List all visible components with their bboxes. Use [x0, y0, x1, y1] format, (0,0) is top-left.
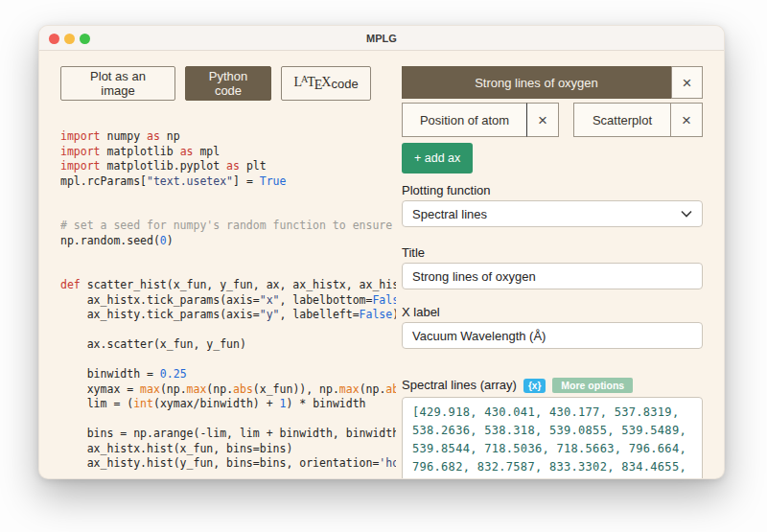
- latex-code-button[interactable]: LATEX code: [281, 66, 371, 101]
- code-line: ax_histy.tick_params(axis="y", labelleft…: [60, 308, 396, 323]
- code-line: bins = np.arange(-lim, lim + binwidth, b…: [60, 427, 396, 442]
- code-line: def scatter_hist(x_fun, y_fun, ax, ax_hi…: [60, 278, 396, 293]
- code-line: ax_histy.hist(y_fun, bins=bins, orientat…: [60, 456, 396, 472]
- code-line: xymax = max(np.max(np.abs(x_fun)), np.ma…: [60, 382, 396, 398]
- chevron-down-icon: [681, 210, 692, 218]
- close-ax-scatterplot-button[interactable]: ×: [671, 103, 703, 137]
- app-window: MPLG Plot as an image Python code LATEX …: [38, 25, 725, 479]
- maximize-window-button[interactable]: [80, 34, 90, 44]
- ax-tab-strong-lines-of-oxygen[interactable]: Strong lines of oxygen: [402, 66, 671, 99]
- add-ax-button[interactable]: + add ax: [402, 143, 473, 173]
- variable-badge[interactable]: {x}: [523, 379, 546, 393]
- desktop-background: MPLG Plot as an image Python code LATEX …: [0, 0, 767, 532]
- close-icon: ×: [683, 75, 692, 91]
- close-ax-strong-lines-button[interactable]: ×: [671, 66, 703, 99]
- plotting-function-select[interactable]: Spectral lines: [402, 200, 703, 227]
- active-ax-tab-row: Strong lines of oxygen ×: [402, 66, 703, 99]
- more-options-badge[interactable]: More options: [552, 378, 633, 393]
- code-line: np.random.seed(0): [60, 234, 396, 249]
- title-field-label: Title: [402, 246, 703, 260]
- latex-button-suffix: code: [331, 77, 358, 91]
- code-line: import matplotlib.pyplot as plt: [60, 159, 396, 174]
- code-line: lim = (int(xymax/binwidth) + 1) * binwid…: [60, 397, 396, 412]
- ax-tab-position-of-atom[interactable]: Position of atom: [402, 103, 527, 137]
- plotting-function-value: Spectral lines: [412, 207, 487, 221]
- code-line: [60, 189, 396, 204]
- code-panel: Plot as an image Python code LATEX code …: [60, 66, 396, 474]
- minimize-window-button[interactable]: [64, 34, 75, 44]
- code-line: [60, 353, 396, 368]
- close-icon: ×: [538, 112, 547, 128]
- traffic-lights: [49, 26, 90, 51]
- python-code-button[interactable]: Python code: [185, 66, 271, 101]
- close-ax-position-of-atom-button[interactable]: ×: [527, 103, 559, 137]
- axes-settings-panel: Strong lines of oxygen × Position of ato…: [402, 66, 703, 479]
- code-line: # set a seed for numpy's random function…: [60, 219, 396, 234]
- code-line: import matplotlib as mpl: [60, 145, 396, 160]
- window-content: Plot as an image Python code LATEX code …: [39, 51, 724, 479]
- code-line: [60, 264, 396, 279]
- close-icon: ×: [682, 112, 691, 128]
- plot-as-image-button[interactable]: Plot as an image: [60, 66, 175, 101]
- other-ax-tabs-row: Position of atom × Scatterplot ×: [402, 103, 703, 137]
- code-line: [60, 248, 396, 264]
- xlabel-field-label: X label: [402, 306, 703, 319]
- close-window-button[interactable]: [49, 34, 59, 44]
- code-line: ax_histx.hist(x_fun, bins=bins): [60, 442, 396, 457]
- python-code-view[interactable]: import numpy as npimport matplotlib as m…: [60, 129, 396, 474]
- spectral-lines-array-input[interactable]: [429.918, 430.041, 430.177, 537.8319, 53…: [402, 397, 703, 479]
- output-mode-toolbar: Plot as an image Python code LATEX code: [60, 66, 396, 101]
- spectral-lines-array-label: Spectral lines (array): [402, 379, 517, 392]
- ax-tab-scatterplot[interactable]: Scatterplot: [573, 103, 671, 137]
- latex-logo: LATEX: [293, 74, 331, 93]
- code-line: binwidth = 0.25: [60, 367, 396, 382]
- ax-tab-group-position-of-atom: Position of atom ×: [402, 103, 559, 137]
- spectral-lines-label-row: Spectral lines (array) {x} More options: [402, 378, 703, 393]
- code-line: ax.scatter(x_fun, y_fun): [60, 337, 396, 353]
- window-titlebar: MPLG: [39, 26, 724, 51]
- xlabel-input[interactable]: [402, 322, 703, 349]
- code-line: mpl.rcParams["text.usetex"] = True: [60, 174, 396, 190]
- code-line: [60, 204, 396, 220]
- plotting-function-label: Plotting function: [402, 184, 703, 197]
- ax-tab-group-scatterplot: Scatterplot ×: [573, 103, 703, 137]
- code-line: ax_histx.tick_params(axis="x", labelbott…: [60, 293, 396, 309]
- code-line: [60, 412, 396, 428]
- code-line: [60, 323, 396, 338]
- window-title: MPLG: [366, 33, 397, 44]
- code-line: import numpy as np: [60, 129, 396, 145]
- title-input[interactable]: [402, 263, 703, 289]
